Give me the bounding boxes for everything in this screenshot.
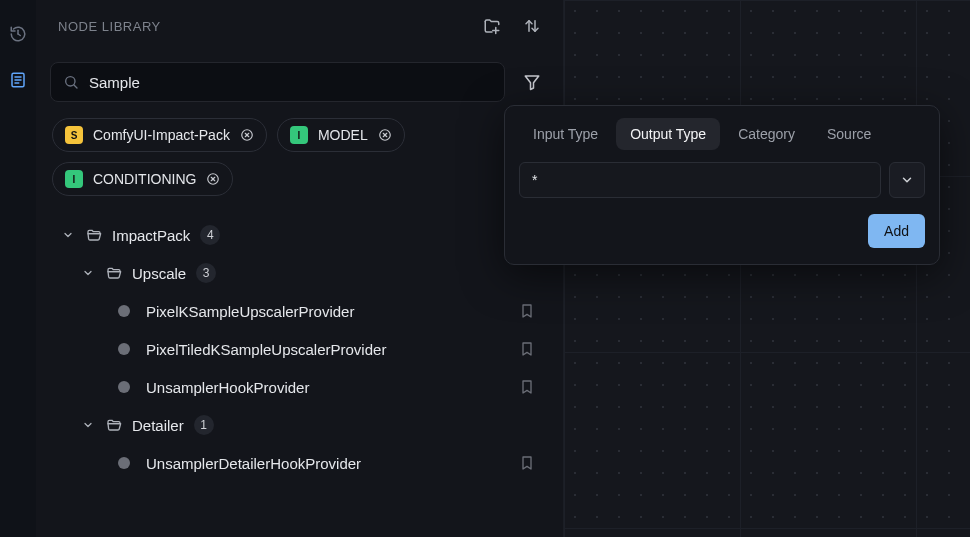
filter-button[interactable] [515, 65, 549, 99]
chip-source[interactable]: S ComfyUI-Impact-Pack [52, 118, 267, 152]
svg-line-1 [18, 34, 20, 36]
chevron-down-icon [80, 267, 96, 279]
chip-label: ComfyUI-Impact-Pack [93, 127, 230, 143]
tab-category[interactable]: Category [724, 118, 809, 150]
node-dot-icon [118, 343, 130, 355]
tree-group-label: Detailer [132, 417, 184, 434]
chip-remove-icon[interactable] [206, 172, 220, 186]
bookmark-icon[interactable] [519, 341, 547, 357]
tab-source[interactable]: Source [813, 118, 885, 150]
filter-popover: Input Type Output Type Category Source *… [504, 105, 940, 265]
chip-badge: I [65, 170, 83, 188]
sort-icon[interactable] [523, 17, 541, 35]
chip-remove-icon[interactable] [378, 128, 392, 142]
chip-badge: I [290, 126, 308, 144]
filter-type-value: * [532, 172, 537, 188]
tree-group-detailer[interactable]: Detailer 1 [56, 406, 547, 444]
history-icon[interactable] [6, 22, 30, 46]
bookmark-icon[interactable] [519, 455, 547, 471]
svg-line-11 [74, 85, 77, 88]
tree-group-upscale[interactable]: Upscale 3 [56, 254, 547, 292]
node-name: UnsamplerDetailerHookProvider [146, 455, 361, 472]
node-tree: ImpactPack 4 Upscale 3 PixelKSampleUpsca… [50, 196, 549, 482]
tree-group-label: Upscale [132, 265, 186, 282]
library-tab-icon[interactable] [6, 68, 30, 92]
node-library-panel: NODE LIBRARY S ComfyUI- [36, 0, 564, 537]
chip-remove-icon[interactable] [240, 128, 254, 142]
filter-type-select[interactable]: * [519, 162, 881, 198]
tab-output-type[interactable]: Output Type [616, 118, 720, 150]
tree-node-item[interactable]: PixelTiledKSampleUpscalerProvider [56, 330, 547, 368]
chip-label: CONDITIONING [93, 171, 196, 187]
add-filter-button[interactable]: Add [868, 214, 925, 248]
node-dot-icon [118, 381, 130, 393]
chip-input-conditioning[interactable]: I CONDITIONING [52, 162, 233, 196]
tree-group-label: ImpactPack [112, 227, 190, 244]
select-caret-button[interactable] [889, 162, 925, 198]
tree-group-impactpack[interactable]: ImpactPack 4 [56, 216, 547, 254]
node-dot-icon [118, 305, 130, 317]
new-folder-icon[interactable] [483, 17, 501, 35]
panel-header: NODE LIBRARY [36, 0, 563, 52]
panel-title: NODE LIBRARY [58, 19, 161, 34]
search-input[interactable] [89, 74, 492, 91]
svg-marker-12 [525, 76, 539, 90]
node-name: PixelKSampleUpscalerProvider [146, 303, 354, 320]
left-rail [0, 0, 36, 537]
tree-node-item[interactable]: UnsamplerHookProvider [56, 368, 547, 406]
tree-group-count: 3 [196, 263, 216, 283]
chip-badge: S [65, 126, 83, 144]
node-name: UnsamplerHookProvider [146, 379, 309, 396]
node-name: PixelTiledKSampleUpscalerProvider [146, 341, 386, 358]
chip-input-model[interactable]: I MODEL [277, 118, 405, 152]
filter-popover-tabs: Input Type Output Type Category Source [505, 106, 939, 162]
canvas-area[interactable]: Input Type Output Type Category Source *… [564, 0, 970, 537]
search-box [50, 62, 505, 102]
tab-input-type[interactable]: Input Type [519, 118, 612, 150]
tree-group-count: 1 [194, 415, 214, 435]
tree-group-count: 4 [200, 225, 220, 245]
folder-open-icon [106, 265, 122, 281]
chevron-down-icon [60, 229, 76, 241]
chevron-down-icon [80, 419, 96, 431]
node-dot-icon [118, 457, 130, 469]
bookmark-icon[interactable] [519, 303, 547, 319]
search-icon [63, 74, 79, 90]
bookmark-icon[interactable] [519, 379, 547, 395]
chip-label: MODEL [318, 127, 368, 143]
tree-node-item[interactable]: PixelKSampleUpscalerProvider [56, 292, 547, 330]
folder-open-icon [86, 227, 102, 243]
tree-node-item[interactable]: UnsamplerDetailerHookProvider [56, 444, 547, 482]
filter-chips: S ComfyUI-Impact-Pack I MODEL I CONDITIO… [50, 102, 549, 196]
folder-open-icon [106, 417, 122, 433]
